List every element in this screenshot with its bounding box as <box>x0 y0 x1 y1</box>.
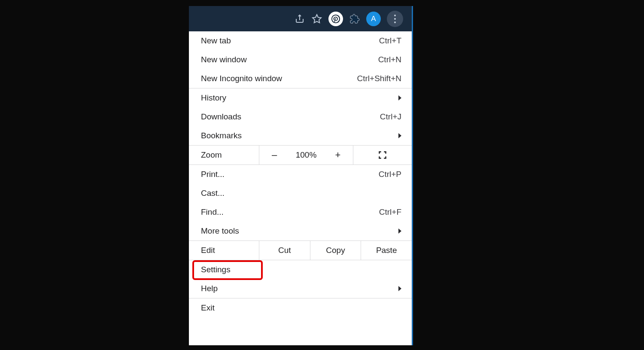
menu-group-exit: Exit <box>189 298 412 317</box>
svg-marker-0 <box>313 15 321 23</box>
menu-item-edit: Edit Cut Copy Paste <box>189 241 412 260</box>
profile-letter: A <box>371 15 376 23</box>
menu-group-tools: Print... Ctrl+P Cast... Find... Ctrl+F M… <box>189 165 412 241</box>
menu-item-new-tab[interactable]: New tab Ctrl+T <box>189 31 412 50</box>
star-icon[interactable] <box>311 13 322 24</box>
edit-label: Edit <box>189 241 259 260</box>
menu-item-find[interactable]: Find... Ctrl+F <box>189 203 412 222</box>
browser-toolbar: A <box>189 6 412 31</box>
cut-button[interactable]: Cut <box>259 241 310 260</box>
menu-item-cast[interactable]: Cast... <box>189 184 412 203</box>
chevron-right-icon <box>398 95 401 100</box>
menu-group-new: New tab Ctrl+T New window Ctrl+N New Inc… <box>189 31 412 88</box>
menu-group-zoom: Zoom – 100% + <box>189 146 412 165</box>
zoom-value: 100% <box>289 150 323 160</box>
menu-item-history[interactable]: History <box>189 88 412 107</box>
menu-group-history: History Downloads Ctrl+J Bookmarks <box>189 88 412 146</box>
menu-item-downloads[interactable]: Downloads Ctrl+J <box>189 107 412 126</box>
menu-item-help[interactable]: Help <box>189 279 412 298</box>
chevron-right-icon <box>398 286 401 291</box>
menu-item-bookmarks[interactable]: Bookmarks <box>189 126 412 145</box>
menu-item-print[interactable]: Print... Ctrl+P <box>189 165 412 184</box>
zoom-out-button[interactable]: – <box>259 146 289 164</box>
paste-button[interactable]: Paste <box>361 241 412 260</box>
browser-window: A New tab Ctrl+T New window Ctrl+N New I… <box>189 6 413 345</box>
menu-item-settings[interactable]: Settings <box>189 260 412 279</box>
menu-item-more-tools[interactable]: More tools <box>189 222 412 240</box>
copy-button[interactable]: Copy <box>310 241 361 260</box>
chrome-menu: New tab Ctrl+T New window Ctrl+N New Inc… <box>189 31 412 317</box>
menu-group-settings: Settings Help <box>189 260 412 298</box>
profile-avatar[interactable]: A <box>366 12 381 26</box>
menu-item-incognito[interactable]: New Incognito window Ctrl+Shift+N <box>189 69 412 88</box>
menu-item-zoom: Zoom – 100% + <box>189 146 412 164</box>
kebab-menu-button[interactable] <box>387 11 403 27</box>
extensions-icon[interactable] <box>349 13 360 24</box>
share-icon[interactable] <box>294 13 305 24</box>
chevron-right-icon <box>398 133 401 138</box>
menu-item-exit[interactable]: Exit <box>189 298 412 317</box>
zoom-in-button[interactable]: + <box>323 146 353 164</box>
menu-item-new-window[interactable]: New window Ctrl+N <box>189 50 412 69</box>
pinterest-extension-icon[interactable] <box>328 12 343 26</box>
chevron-right-icon <box>398 228 401 234</box>
zoom-label: Zoom <box>189 146 259 164</box>
fullscreen-button[interactable] <box>353 146 412 164</box>
menu-group-edit: Edit Cut Copy Paste <box>189 241 412 260</box>
